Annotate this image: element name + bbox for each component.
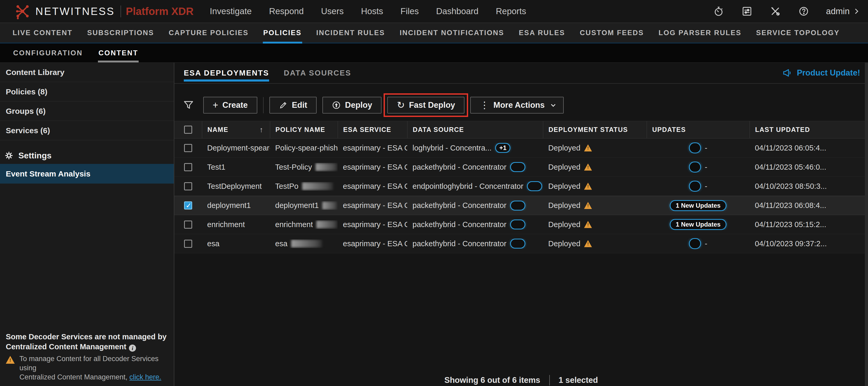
- click-here-link[interactable]: click here.: [129, 373, 161, 381]
- brand-product: Platform XDR: [121, 5, 193, 17]
- source-count-badge[interactable]: [510, 162, 525, 172]
- table-row[interactable]: TestDeployment TestPo esaprimary - ESA C…: [174, 177, 868, 196]
- sidebar-item-services-6[interactable]: Services (6): [0, 121, 174, 140]
- sidebar-settings-header[interactable]: Settings: [0, 147, 174, 164]
- source-count-badge[interactable]: +1: [495, 143, 510, 153]
- deployment-status: Deployed: [548, 201, 581, 210]
- nav-item-content[interactable]: CONTENT: [91, 43, 146, 62]
- tab-data-sources[interactable]: DATA SOURCES: [284, 63, 351, 83]
- help-icon[interactable]: [798, 5, 810, 17]
- sidebar-item-groups-6[interactable]: Groups (6): [0, 102, 174, 121]
- column-header-name[interactable]: NAME↑: [202, 121, 270, 138]
- table-row[interactable]: enrichment enrichment esaprimary - ESA C…: [174, 215, 868, 234]
- column-header-last-updated[interactable]: LAST UPDATED: [750, 121, 868, 138]
- column-header-updates[interactable]: UPDATES: [647, 121, 750, 138]
- cell-policy-name: esa: [270, 239, 338, 248]
- new-updates-badge[interactable]: [689, 162, 701, 173]
- cell-last-updated: 04/10/2023 08:50:3...: [750, 182, 868, 190]
- select-all-checkbox[interactable]: [184, 126, 192, 134]
- row-checkbox[interactable]: [184, 163, 192, 171]
- row-checkbox[interactable]: [184, 240, 192, 248]
- data-source: packethybrid - Concentrator: [412, 163, 506, 172]
- refresh-icon: ↻: [397, 100, 405, 110]
- create-button[interactable]: + Create: [203, 97, 257, 113]
- deploy-icon: [332, 101, 341, 110]
- user-menu[interactable]: admin: [826, 6, 858, 16]
- source-count-badge[interactable]: [510, 219, 525, 230]
- column-header-data-source[interactable]: DATA SOURCE: [407, 121, 543, 138]
- selected-count: 1 selected: [559, 376, 598, 385]
- edit-button[interactable]: Edit: [269, 97, 317, 113]
- product-update-link[interactable]: Product Update!: [782, 63, 868, 83]
- nav-item-policies[interactable]: POLICIES: [256, 23, 309, 42]
- nav-item-log-parser-rules[interactable]: LOG PARSER RULES: [651, 23, 749, 42]
- new-updates-badge[interactable]: [689, 142, 701, 153]
- sidebar-item-event-stream-analysis[interactable]: Event Stream Analysis: [0, 164, 174, 183]
- filter-icon[interactable]: [183, 99, 194, 111]
- nav-item-incident-rules[interactable]: INCIDENT RULES: [309, 23, 393, 42]
- table-row[interactable]: Test1 Test-Policy esaprimary - ESA Co...…: [174, 157, 868, 177]
- last-updated: 04/11/2023 06:05:4...: [755, 144, 826, 152]
- column-header-policy-name[interactable]: POLICY NAME: [270, 121, 338, 138]
- product-update-label: Product Update!: [797, 68, 860, 78]
- column-header-deployment-status[interactable]: DEPLOYMENT STATUS: [543, 121, 647, 138]
- table-row[interactable]: deployment1 deployment1 esaprimary - ESA…: [174, 196, 868, 215]
- stopwatch-icon[interactable]: [713, 5, 725, 17]
- chevron-down-icon: [551, 102, 555, 107]
- source-count-badge[interactable]: [510, 239, 525, 249]
- vertical-scrollbar[interactable]: [865, 63, 868, 386]
- top-menu-item-dashboard[interactable]: Dashboard: [436, 6, 478, 16]
- cell-policy-name: Policy-spear-phishin...: [270, 144, 338, 152]
- fast-deploy-button[interactable]: ↻ Fast Deploy: [387, 97, 464, 113]
- top-menu-item-respond[interactable]: Respond: [269, 6, 304, 16]
- create-label: Create: [222, 100, 248, 110]
- deploy-button[interactable]: Deploy: [322, 97, 381, 113]
- sidebar-item-policies-8[interactable]: Policies (8): [0, 82, 174, 102]
- new-updates-badge[interactable]: [689, 181, 701, 192]
- table-row[interactable]: Deployment-spear-p... Policy-spear-phish…: [174, 138, 868, 157]
- preferences-panel-icon[interactable]: [741, 5, 753, 17]
- row-checkbox[interactable]: [184, 182, 192, 190]
- top-menu-item-investigate[interactable]: Investigate: [210, 6, 252, 16]
- nav-item-subscriptions[interactable]: SUBSCRIPTIONS: [80, 23, 161, 42]
- row-checkbox-cell: [174, 144, 202, 152]
- row-checkbox[interactable]: [184, 220, 192, 229]
- source-count-badge[interactable]: [510, 201, 525, 211]
- top-menu-item-reports[interactable]: Reports: [496, 6, 526, 16]
- warning-icon: [584, 202, 592, 209]
- tab-esa-deployments[interactable]: ESA DEPLOYMENTS: [184, 63, 269, 83]
- cell-updates: -: [647, 162, 750, 173]
- top-menu-item-hosts[interactable]: Hosts: [361, 6, 383, 16]
- top-menu-item-files[interactable]: Files: [400, 6, 419, 16]
- info-icon[interactable]: i: [129, 345, 136, 352]
- top-menu: InvestigateRespondUsersHostsFilesDashboa…: [210, 6, 526, 16]
- nav-item-capture-policies[interactable]: CAPTURE POLICIES: [161, 23, 256, 42]
- sidebar-item-content-library[interactable]: Content Library: [0, 63, 174, 82]
- nav-item-esa-rules[interactable]: ESA RULES: [512, 23, 572, 42]
- warning-icon: [584, 144, 592, 151]
- row-checkbox[interactable]: [184, 201, 192, 210]
- nav-item-service-topology[interactable]: SERVICE TOPOLOGY: [749, 23, 847, 42]
- new-updates-badge[interactable]: 1 New Updates: [670, 219, 727, 230]
- new-updates-badge[interactable]: [689, 238, 701, 249]
- tools-icon[interactable]: [769, 5, 781, 17]
- nav-item-incident-notifications[interactable]: INCIDENT NOTIFICATIONS: [392, 23, 512, 42]
- row-checkbox[interactable]: [184, 144, 192, 152]
- top-menu-item-users[interactable]: Users: [321, 6, 344, 16]
- source-count-badge[interactable]: [527, 181, 542, 191]
- more-actions-button[interactable]: ⋮ More Actions: [470, 97, 563, 113]
- table-body: Deployment-spear-p... Policy-spear-phish…: [174, 138, 868, 253]
- esa-service: esaprimary - ESA Co...: [343, 182, 407, 190]
- sort-ascending-icon[interactable]: ↑: [260, 126, 264, 134]
- row-checkbox-cell: [174, 220, 202, 229]
- nav-item-custom-feeds[interactable]: CUSTOM FEEDS: [572, 23, 651, 42]
- table-row[interactable]: esa esa esaprimary - ESA Co... packethyb…: [174, 234, 868, 253]
- main-panel: ESA DEPLOYMENTS DATA SOURCES Product Upd…: [174, 63, 868, 386]
- nav-item-live-content[interactable]: LIVE CONTENT: [5, 23, 80, 42]
- brand[interactable]: NETWITNESS Platform XDR: [14, 3, 193, 20]
- column-header-esa-service[interactable]: ESA SERVICE: [338, 121, 407, 138]
- deployment-name: enrichment: [207, 220, 245, 229]
- nav-item-configuration[interactable]: CONFIGURATION: [5, 43, 91, 62]
- new-updates-badge[interactable]: 1 New Updates: [670, 200, 727, 211]
- updates-dash: -: [705, 182, 707, 190]
